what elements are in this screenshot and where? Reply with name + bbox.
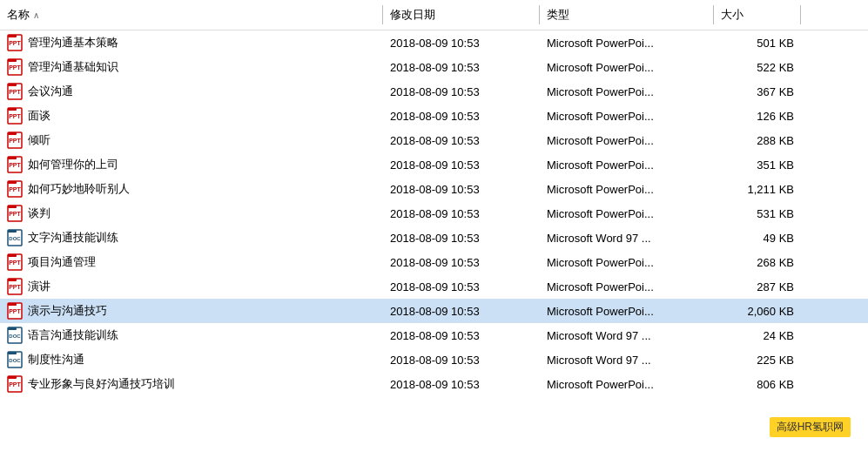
file-size: 1,211 KB (714, 181, 801, 198)
svg-rect-37 (8, 327, 17, 330)
file-name-cell: DOC 制度性沟通 (0, 349, 383, 370)
file-name-cell: DOC 语言沟通技能训练 (0, 325, 383, 346)
file-modified: 2018-08-09 10:53 (383, 108, 540, 125)
file-type: Microsoft Word 97 ... (540, 352, 714, 368)
file-size: 522 KB (714, 59, 801, 76)
file-modified: 2018-08-09 10:53 (383, 35, 540, 51)
file-name: 如何巧妙地聆听别人 (28, 181, 130, 197)
table-row[interactable]: DOC 文字沟通技能训练 2018-08-09 10:53 Microsoft … (0, 226, 868, 250)
file-name-cell: DOC 文字沟通技能训练 (0, 227, 383, 248)
svg-text:DOC: DOC (9, 334, 21, 339)
file-name-cell: PPT 如何管理你的上司 (0, 154, 383, 175)
svg-text:PPT: PPT (9, 284, 21, 290)
file-name: 管理沟通基础知识 (28, 59, 118, 75)
table-row[interactable]: PPT 管理沟通基本策略 2018-08-09 10:53 Microsoft … (0, 30, 868, 55)
file-modified: 2018-08-09 10:53 (383, 132, 540, 149)
table-row[interactable]: PPT 会议沟通 2018-08-09 10:53 Microsoft Powe… (0, 79, 868, 104)
file-name: 文字沟通技能训练 (28, 230, 118, 246)
file-name-cell: PPT 面谈 (0, 105, 383, 126)
svg-rect-4 (8, 59, 17, 62)
file-size: 126 KB (714, 108, 801, 125)
table-row[interactable]: PPT 专业形象与良好沟通技巧培训 2018-08-09 10:53 Micro… (0, 372, 868, 396)
table-row[interactable]: PPT 面谈 2018-08-09 10:53 Microsoft PowerP… (0, 104, 868, 128)
file-name-cell: PPT 如何巧妙地聆听别人 (0, 179, 383, 199)
svg-text:PPT: PPT (9, 138, 21, 144)
file-size: 531 KB (714, 206, 801, 222)
svg-rect-13 (8, 132, 17, 135)
file-type: Microsoft PowerPoi... (540, 279, 714, 295)
file-name: 语言沟通技能训练 (28, 327, 118, 343)
svg-text:PPT: PPT (9, 89, 21, 95)
file-type: Microsoft PowerPoi... (540, 157, 714, 173)
file-modified: 2018-08-09 10:53 (383, 59, 540, 76)
file-name: 谈判 (28, 206, 50, 221)
col-header-modified[interactable]: 修改日期 (383, 3, 540, 26)
table-row[interactable]: PPT 如何巧妙地聆听别人 2018-08-09 10:53 Microsoft… (0, 177, 868, 201)
svg-text:PPT: PPT (9, 113, 21, 119)
table-row[interactable]: PPT 管理沟通基础知识 2018-08-09 10:53 Microsoft … (0, 55, 868, 79)
file-name-cell: PPT 专业形象与良好沟通技巧培训 (0, 374, 383, 394)
ppt-icon: PPT (7, 205, 23, 222)
table-row[interactable]: PPT 演讲 2018-08-09 10:53 Microsoft PowerP… (0, 274, 868, 299)
file-type: Microsoft PowerPoi... (540, 108, 714, 125)
file-size: 49 KB (714, 230, 801, 246)
svg-rect-10 (8, 108, 17, 111)
file-name-cell: PPT 管理沟通基本策略 (0, 32, 383, 53)
ppt-icon: PPT (7, 58, 23, 76)
col-header-name[interactable]: 名称 ∧ (0, 3, 383, 26)
table-row[interactable]: PPT 谈判 2018-08-09 10:53 Microsoft PowerP… (0, 201, 868, 226)
table-row[interactable]: DOC 语言沟通技能训练 2018-08-09 10:53 Microsoft … (0, 323, 868, 347)
ppt-icon: PPT (7, 375, 23, 393)
word-icon: DOC (7, 351, 23, 368)
file-name: 管理沟通基本策略 (28, 35, 118, 51)
ppt-icon: PPT (7, 253, 23, 271)
file-name: 面谈 (28, 108, 50, 124)
file-modified: 2018-08-09 10:53 (383, 230, 540, 246)
svg-rect-43 (8, 376, 17, 379)
table-row[interactable]: PPT 演示与沟通技巧 2018-08-09 10:53 Microsoft P… (0, 299, 868, 323)
table-row[interactable]: PPT 倾听 2018-08-09 10:53 Microsoft PowerP… (0, 128, 868, 152)
file-type: Microsoft PowerPoi... (540, 181, 714, 198)
table-row[interactable]: DOC 制度性沟通 2018-08-09 10:53 Microsoft Wor… (0, 347, 868, 372)
svg-text:PPT: PPT (9, 381, 21, 388)
file-name: 项目沟通管理 (28, 254, 96, 270)
file-type: Microsoft Word 97 ... (540, 230, 714, 246)
file-modified: 2018-08-09 10:53 (383, 254, 540, 271)
file-modified: 2018-08-09 10:53 (383, 279, 540, 295)
file-name-cell: PPT 项目沟通管理 (0, 252, 383, 273)
file-modified: 2018-08-09 10:53 (383, 181, 540, 198)
ppt-icon: PPT (7, 34, 23, 51)
file-type: Microsoft PowerPoi... (540, 254, 714, 271)
col-modified-label: 修改日期 (390, 8, 435, 21)
file-name-cell: PPT 谈判 (0, 203, 383, 224)
svg-rect-28 (8, 254, 17, 257)
svg-rect-7 (8, 84, 17, 86)
svg-text:DOC: DOC (9, 358, 21, 363)
file-name-cell: PPT 倾听 (0, 130, 383, 151)
ppt-icon: PPT (7, 83, 23, 100)
svg-rect-40 (8, 352, 17, 354)
col-header-size[interactable]: 大小 (714, 3, 801, 26)
file-size: 268 KB (714, 254, 801, 271)
file-type: Microsoft PowerPoi... (540, 132, 714, 149)
word-icon: DOC (7, 327, 23, 344)
file-name: 演讲 (28, 279, 50, 294)
file-size: 367 KB (714, 84, 801, 100)
file-name: 倾听 (28, 132, 50, 148)
table-row[interactable]: PPT 如何管理你的上司 2018-08-09 10:53 Microsoft … (0, 152, 868, 177)
ppt-icon: PPT (7, 180, 23, 198)
file-name-cell: PPT 会议沟通 (0, 81, 383, 102)
svg-rect-25 (8, 230, 17, 233)
file-size: 288 KB (714, 132, 801, 149)
file-type: Microsoft Word 97 ... (540, 327, 714, 344)
file-modified: 2018-08-09 10:53 (383, 327, 540, 344)
file-type: Microsoft PowerPoi... (540, 303, 714, 320)
file-size: 806 KB (714, 376, 801, 393)
svg-text:DOC: DOC (9, 236, 21, 241)
table-row[interactable]: PPT 项目沟通管理 2018-08-09 10:53 Microsoft Po… (0, 250, 868, 274)
svg-text:PPT: PPT (9, 308, 21, 314)
ppt-icon: PPT (7, 156, 23, 173)
file-type: Microsoft PowerPoi... (540, 59, 714, 76)
svg-rect-19 (8, 181, 17, 184)
col-header-type[interactable]: 类型 (540, 3, 714, 26)
